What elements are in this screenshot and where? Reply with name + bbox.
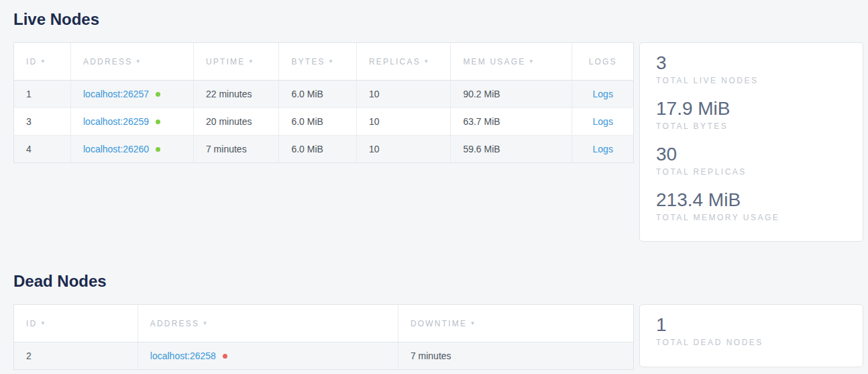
cell-id: 1 xyxy=(14,81,71,108)
live-nodes-table: ID▾ADDRESS▾UPTIME▾BYTES▾REPLICAS▾MEM USA… xyxy=(13,42,634,163)
cell-id: 2 xyxy=(14,342,138,370)
sort-arrow-icon: ▾ xyxy=(425,58,429,64)
column-header-label: ID xyxy=(26,319,37,328)
logs-link[interactable]: Logs xyxy=(593,116,613,127)
cell-replicas: 10 xyxy=(356,136,450,163)
column-header-label: ID xyxy=(26,57,37,66)
status-live-dot-icon xyxy=(156,147,160,152)
cell-mem_usage: 63.7 MiB xyxy=(451,108,572,136)
cell-address: localhost:26259 xyxy=(71,108,194,136)
cell-logs: Logs xyxy=(572,136,634,163)
column-header-label: LOGS xyxy=(589,57,617,66)
summary-stat-value: 17.9 MiB xyxy=(656,97,847,120)
status-dead-dot-icon xyxy=(223,354,227,359)
cell-address: localhost:26258 xyxy=(138,342,398,370)
cell-uptime: 22 minutes xyxy=(193,81,279,108)
column-header-downtime[interactable]: DOWNTIME▾ xyxy=(398,305,633,342)
cell-bytes: 6.0 MiB xyxy=(279,108,357,136)
live-nodes-title: Live Nodes xyxy=(13,0,868,30)
summary-stat-value: 30 xyxy=(656,143,847,166)
cell-logs: Logs xyxy=(572,81,634,108)
cell-replicas: 10 xyxy=(356,108,450,136)
column-header-uptime[interactable]: UPTIME▾ xyxy=(193,43,279,81)
live-nodes-table-wrap: ID▾ADDRESS▾UPTIME▾BYTES▾REPLICAS▾MEM USA… xyxy=(13,42,634,163)
summary-stat-label: TOTAL DEAD NODES xyxy=(656,338,847,348)
column-header-address[interactable]: ADDRESS▾ xyxy=(71,43,194,81)
sort-arrow-icon: ▾ xyxy=(471,320,476,326)
summary-stat: 1TOTAL DEAD NODES xyxy=(656,314,847,348)
sort-arrow-icon: ▾ xyxy=(329,58,334,64)
sort-arrow-icon: ▾ xyxy=(530,58,535,64)
column-header-replicas[interactable]: REPLICAS▾ xyxy=(356,43,450,81)
cluster-nodes-page: Live Nodes ID▾ADDRESS▾UPTIME▾BYTES▾REPLI… xyxy=(0,0,868,374)
cell-mem_usage: 90.2 MiB xyxy=(451,81,572,108)
column-header-label: ADDRESS xyxy=(83,57,132,66)
dead-nodes-body: ID▾ADDRESS▾DOWNTIME▾2localhost:262587 mi… xyxy=(13,304,863,370)
sort-arrow-icon: ▾ xyxy=(41,320,46,326)
cell-bytes: 6.0 MiB xyxy=(279,136,357,163)
cell-downtime: 7 minutes xyxy=(398,342,633,370)
cell-bytes: 6.0 MiB xyxy=(279,81,357,108)
dead-nodes-table: ID▾ADDRESS▾DOWNTIME▾2localhost:262587 mi… xyxy=(13,304,634,370)
bottom-spacer xyxy=(0,370,868,374)
column-header-label: UPTIME xyxy=(206,57,246,66)
node-address-link[interactable]: localhost:26258 xyxy=(150,350,216,361)
live-nodes-body: ID▾ADDRESS▾UPTIME▾BYTES▾REPLICAS▾MEM USA… xyxy=(13,42,863,242)
status-live-dot-icon xyxy=(156,92,160,97)
column-header-mem_usage[interactable]: MEM USAGE▾ xyxy=(451,43,572,81)
column-header-label: DOWNTIME xyxy=(411,319,467,328)
cell-uptime: 7 minutes xyxy=(193,136,279,163)
table-row: 2localhost:262587 minutes xyxy=(14,342,634,370)
cell-mem_usage: 59.6 MiB xyxy=(451,136,572,163)
cell-id: 3 xyxy=(14,108,71,136)
table-row: 3localhost:2625920 minutes6.0 MiB1063.7 … xyxy=(14,108,634,136)
column-header-label: BYTES xyxy=(291,57,325,66)
node-address-link[interactable]: localhost:26259 xyxy=(83,116,149,127)
summary-stat: 213.4 MiBTOTAL MEMORY USAGE xyxy=(656,189,847,223)
summary-stat: 17.9 MiBTOTAL BYTES xyxy=(656,97,847,132)
summary-stat-label: TOTAL LIVE NODES xyxy=(656,76,847,86)
summary-stat-value: 1 xyxy=(656,314,847,336)
summary-stat: 3TOTAL LIVE NODES xyxy=(656,52,847,86)
dead-nodes-section: Dead Nodes ID▾ADDRESS▾DOWNTIME▾2localhos… xyxy=(0,242,868,370)
summary-stat-value: 3 xyxy=(656,52,847,75)
sort-arrow-icon: ▾ xyxy=(136,58,141,64)
dead-nodes-title: Dead Nodes xyxy=(13,242,868,291)
summary-stat-label: TOTAL BYTES xyxy=(656,122,847,132)
table-row: 1localhost:2625722 minutes6.0 MiB1090.2 … xyxy=(14,81,634,108)
table-header-row: ID▾ADDRESS▾UPTIME▾BYTES▾REPLICAS▾MEM USA… xyxy=(14,43,634,81)
cell-uptime: 20 minutes xyxy=(193,108,279,136)
summary-stat-value: 213.4 MiB xyxy=(656,189,847,212)
dead-nodes-summary-card: 1TOTAL DEAD NODES xyxy=(639,304,863,367)
live-nodes-section: Live Nodes ID▾ADDRESS▾UPTIME▾BYTES▾REPLI… xyxy=(0,0,868,242)
status-live-dot-icon xyxy=(156,120,160,124)
column-header-id[interactable]: ID▾ xyxy=(14,305,138,342)
live-nodes-summary-card: 3TOTAL LIVE NODES17.9 MiBTOTAL BYTES30TO… xyxy=(639,42,863,242)
cell-replicas: 10 xyxy=(356,81,450,108)
summary-stat: 30TOTAL REPLICAS xyxy=(656,143,847,177)
cell-logs: Logs xyxy=(572,108,634,136)
node-address-link[interactable]: localhost:26260 xyxy=(83,144,149,154)
sort-arrow-icon: ▾ xyxy=(41,58,46,64)
column-header-id[interactable]: ID▾ xyxy=(14,43,71,81)
logs-link[interactable]: Logs xyxy=(593,89,613,99)
sort-arrow-icon: ▾ xyxy=(249,58,254,64)
dead-nodes-table-wrap: ID▾ADDRESS▾DOWNTIME▾2localhost:262587 mi… xyxy=(13,304,634,370)
logs-link[interactable]: Logs xyxy=(593,144,613,154)
column-header-address[interactable]: ADDRESS▾ xyxy=(138,305,398,342)
node-address-link[interactable]: localhost:26257 xyxy=(83,89,149,99)
sort-arrow-icon: ▾ xyxy=(203,320,208,326)
column-header-label: REPLICAS xyxy=(369,57,421,66)
cell-address: localhost:26260 xyxy=(71,136,194,163)
column-header-label: MEM USAGE xyxy=(463,57,525,66)
cell-id: 4 xyxy=(14,136,71,163)
cell-address: localhost:26257 xyxy=(71,81,194,108)
column-header-label: ADDRESS xyxy=(150,319,199,328)
table-row: 4localhost:262607 minutes6.0 MiB1059.6 M… xyxy=(14,136,634,163)
table-header-row: ID▾ADDRESS▾DOWNTIME▾ xyxy=(14,305,634,342)
summary-stat-label: TOTAL REPLICAS xyxy=(656,167,847,177)
column-header-bytes[interactable]: BYTES▾ xyxy=(279,43,357,81)
summary-stat-label: TOTAL MEMORY USAGE xyxy=(656,213,847,223)
column-header-logs: LOGS xyxy=(572,43,634,81)
